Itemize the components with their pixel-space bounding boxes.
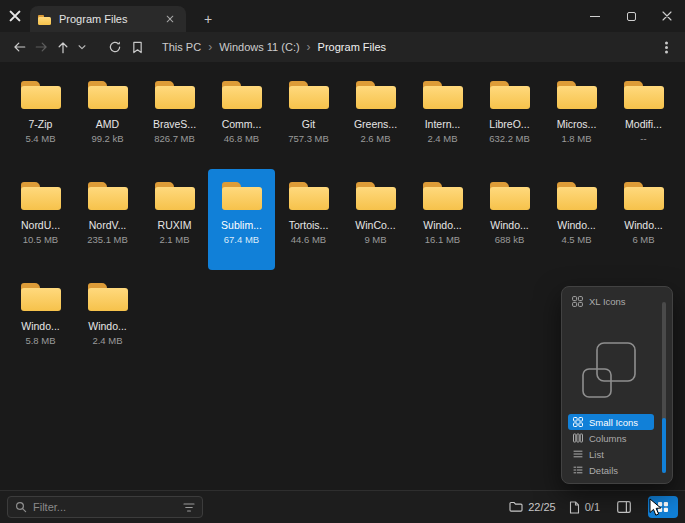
file-item[interactable]: 7-Zip 5.4 MB <box>7 68 74 169</box>
breadcrumb-this-pc[interactable]: This PC <box>162 41 201 53</box>
layout-option-details[interactable]: Details <box>568 462 654 478</box>
folder-icon <box>18 178 64 214</box>
folder-icon <box>85 77 131 113</box>
file-item[interactable]: Windo... 5.8 MB <box>7 270 74 371</box>
chevron-down-icon <box>77 42 87 52</box>
file-manager-window: Program Files + <box>0 0 685 523</box>
file-size: 46.8 MB <box>208 133 275 144</box>
folder-icon <box>85 178 131 214</box>
file-name: NordV... <box>74 219 141 231</box>
file-item[interactable]: Windo... 6 MB <box>610 169 677 270</box>
folder-icon <box>353 178 399 214</box>
file-name: Windo... <box>543 219 610 231</box>
xl-icons-icon <box>572 296 583 307</box>
file-item[interactable]: Tortois... 44.6 MB <box>275 169 342 270</box>
tab-program-files[interactable]: Program Files <box>30 6 186 32</box>
file-name: BraveS... <box>141 118 208 130</box>
file-count-group: 0/1 <box>569 501 600 514</box>
file-item[interactable]: Sublim... 67.4 MB <box>208 169 275 270</box>
file-item[interactable]: Modifi... -- <box>610 68 677 169</box>
up-button[interactable] <box>52 35 74 59</box>
file-item[interactable]: Intern... 2.4 MB <box>409 68 476 169</box>
refresh-button[interactable] <box>104 35 126 59</box>
back-button[interactable] <box>8 35 30 59</box>
breadcrumb-drive[interactable]: Windows 11 (C:) <box>219 41 299 53</box>
file-count-icon <box>569 501 580 514</box>
file-name: Windo... <box>74 320 141 332</box>
details-pane-icon <box>617 501 631 513</box>
folder-count: 22/25 <box>528 501 556 513</box>
history-dropdown-button[interactable] <box>74 35 90 59</box>
file-item[interactable]: Comm... 46.8 MB <box>208 68 275 169</box>
close-button[interactable] <box>649 0 685 32</box>
file-item[interactable]: Windo... 2.4 MB <box>74 270 141 371</box>
minimize-icon <box>590 16 600 17</box>
details-icon <box>573 465 583 475</box>
maximize-button[interactable] <box>613 0 649 32</box>
folder-icon <box>621 178 667 214</box>
file-item[interactable]: LibreO... 632.2 MB <box>476 68 543 169</box>
folder-icon <box>219 77 265 113</box>
filter-input[interactable] <box>33 501 177 513</box>
layered-squares-icon <box>580 340 638 402</box>
file-name: AMD <box>74 118 141 130</box>
layout-option-list[interactable]: List <box>568 446 654 462</box>
file-item[interactable]: RUXIM 2.1 MB <box>141 169 208 270</box>
layout-toggle-button[interactable] <box>648 496 678 518</box>
layout-option-columns[interactable]: Columns <box>568 430 654 446</box>
file-item[interactable]: Git 757.3 MB <box>275 68 342 169</box>
file-name: Intern... <box>409 118 476 130</box>
more-options-button[interactable] <box>655 35 677 59</box>
forward-icon <box>34 40 49 54</box>
icon-size-slider[interactable] <box>662 302 666 473</box>
filter-box <box>7 496 203 518</box>
filter-options-icon[interactable] <box>183 502 195 513</box>
layout-option-label: Small Icons <box>589 417 638 428</box>
file-size: 6 MB <box>610 234 677 245</box>
file-item[interactable]: Windo... 688 kB <box>476 169 543 270</box>
file-count: 0/1 <box>585 501 600 513</box>
file-item[interactable]: NordU... 10.5 MB <box>7 169 74 270</box>
file-size: 2.6 MB <box>342 133 409 144</box>
search-icon <box>15 501 27 513</box>
file-name: Windo... <box>610 219 677 231</box>
file-item[interactable]: Windo... 16.1 MB <box>409 169 476 270</box>
file-name: Tortois... <box>275 219 342 231</box>
file-item[interactable]: Micros... 1.8 MB <box>543 68 610 169</box>
folder-icon <box>420 77 466 113</box>
bookmark-button[interactable] <box>126 35 148 59</box>
file-item[interactable]: Windo... 4.5 MB <box>543 169 610 270</box>
file-item[interactable]: BraveS... 826.7 MB <box>141 68 208 169</box>
file-name: Modifi... <box>610 118 677 130</box>
file-name: Windo... <box>476 219 543 231</box>
breadcrumb-separator-icon: › <box>208 40 212 54</box>
tab-close-button[interactable] <box>162 11 178 27</box>
file-size: 5.8 MB <box>7 335 74 346</box>
folder-count-icon <box>509 501 523 513</box>
breadcrumb-separator-icon: › <box>307 40 311 54</box>
file-size: 632.2 MB <box>476 133 543 144</box>
file-size: 16.1 MB <box>409 234 476 245</box>
folder-icon <box>420 178 466 214</box>
file-size: 2.4 MB <box>409 133 476 144</box>
details-pane-toggle-button[interactable] <box>613 496 635 518</box>
icon-size-preview <box>562 317 656 425</box>
file-name: Micros... <box>543 118 610 130</box>
breadcrumb-current-folder[interactable]: Program Files <box>318 41 386 53</box>
folder-icon <box>621 77 667 113</box>
layout-option-label: Columns <box>589 433 627 444</box>
minimize-button[interactable] <box>577 0 613 32</box>
folder-icon <box>286 178 332 214</box>
file-item[interactable]: NordV... 235.1 MB <box>74 169 141 270</box>
layout-option-small-icons[interactable]: Small Icons <box>568 414 654 430</box>
forward-button[interactable] <box>30 35 52 59</box>
close-icon <box>662 11 672 21</box>
folder-icon <box>18 279 64 315</box>
file-item[interactable]: Greens... 2.6 MB <box>342 68 409 169</box>
columns-icon <box>573 433 583 443</box>
file-name: WinCo... <box>342 219 409 231</box>
file-name: Greens... <box>342 118 409 130</box>
file-item[interactable]: WinCo... 9 MB <box>342 169 409 270</box>
new-tab-button[interactable]: + <box>194 6 222 32</box>
file-item[interactable]: AMD 99.2 kB <box>74 68 141 169</box>
